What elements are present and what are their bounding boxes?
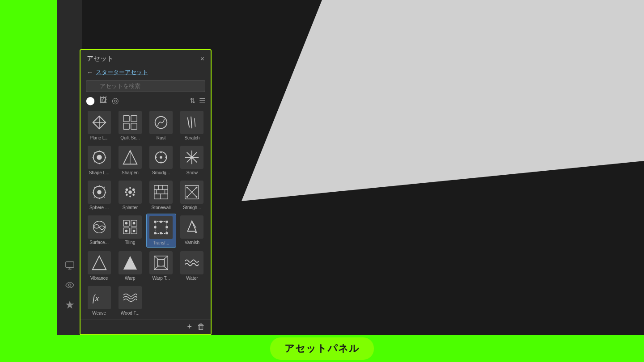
back-arrow-icon[interactable]: ← [87,69,93,76]
svg-point-30 [160,162,162,164]
asset-label-straight: Straigh... [183,205,201,210]
asset-label-warp: Warp [125,276,136,281]
asset-item-quilt[interactable]: Quilt Sc... [115,109,145,142]
svg-rect-85 [166,232,168,234]
asset-item-straight[interactable]: Straigh... [177,179,207,212]
monitor-icon[interactable] [64,259,76,272]
asset-label-tiling: Tiling [125,240,136,245]
asset-label-rust: Rust [157,135,166,140]
list-view-icon[interactable]: ☰ [199,97,205,105]
svg-point-48 [128,190,132,194]
asset-item-vibrance[interactable]: Vibrance [84,249,114,282]
delete-asset-button[interactable]: 🗑 [197,322,205,332]
asset-icon-vibrance [88,251,111,274]
svg-rect-83 [166,221,168,223]
svg-rect-89 [166,226,168,228]
assets-panel: アセット × ← スターターアセット 🔍 ⬤ 🖼 ◎ ⇅ ☰ [80,49,212,335]
image-filter-icon[interactable]: 🖼 [99,96,107,105]
asset-icon-stonewall [149,181,173,204]
asset-item-warp[interactable]: Warp [115,249,145,282]
svg-point-55 [125,191,127,193]
asset-item-transform[interactable]: Transf... [146,214,176,248]
asset-label-smudge: Smudg... [152,170,170,175]
asset-item-shape-l[interactable]: Shape L... [84,144,114,177]
search-row: 🔍 [80,80,211,96]
asset-label-sphere: Sphere ... [89,205,109,210]
circle-filter-icon[interactable]: ⬤ [86,96,95,105]
sort-icon[interactable]: ⇅ [190,97,195,105]
asset-item-rust[interactable]: Rust [146,109,176,142]
svg-point-51 [126,194,128,196]
svg-line-92 [92,256,99,269]
svg-rect-82 [154,221,157,223]
asset-label-shape-l: Shape L... [89,170,110,175]
asset-icon-warp [119,251,142,274]
bottom-bar: アセットパネル [0,335,644,362]
asset-label-varnish: Varnish [185,240,199,245]
svg-rect-10 [131,123,137,129]
svg-line-23 [94,162,95,162]
svg-rect-100 [158,259,165,266]
svg-point-77 [125,222,127,225]
svg-rect-86 [160,221,162,223]
svg-point-37 [191,156,194,159]
svg-rect-0 [65,262,73,268]
svg-point-79 [125,230,127,232]
filter-icons: ⬤ 🖼 ◎ [86,96,119,105]
asset-item-smudge[interactable]: Smudg... [146,144,176,177]
svg-line-44 [94,187,94,187]
asset-item-sphere[interactable]: Sphere ... [84,179,114,212]
asset-icon-sphere [88,181,111,204]
assets-grid-container[interactable]: Plane L... Quilt Sc... Rust Scratch [80,109,211,319]
asset-label-wood-f: Wood F... [121,311,140,316]
eye-icon[interactable] [64,279,76,291]
asset-icon-varnish [180,215,203,239]
asset-label-scratch: Scratch [184,135,199,140]
asset-icon-scratch [180,111,203,134]
svg-marker-94 [123,256,137,269]
close-button[interactable]: × [200,55,204,63]
svg-point-29 [160,152,162,153]
assets-grid: Plane L... Quilt Sc... Rust Scratch [84,109,207,317]
svg-line-12 [188,118,190,128]
asset-icon-smudge [149,146,173,169]
asset-item-plane-l[interactable]: Plane L... [84,109,114,142]
asset-label-weave: Weave [92,311,106,316]
svg-rect-81 [155,222,167,234]
asset-icon-shape-l [88,146,111,169]
star-icon[interactable] [64,299,76,311]
asset-icon-water [180,251,203,274]
bottom-label: アセットパネル [270,337,374,360]
search-wrapper: 🔍 [86,80,205,92]
asset-item-splatter[interactable]: Splatter [115,179,145,212]
asset-icon-plane-l [88,111,111,134]
asset-item-scratch[interactable]: Scratch [177,109,207,142]
asset-label-sharpen: Sharpen [122,170,139,175]
asset-item-tiling[interactable]: Tiling [115,214,145,248]
svg-point-53 [129,187,131,189]
asset-item-water[interactable]: Water [177,249,207,282]
asset-item-warp-t[interactable]: Warp T... [146,249,176,282]
asset-item-surface[interactable]: Surface... [84,214,114,248]
asset-item-varnish[interactable]: Varnish [177,214,207,248]
asset-item-weave[interactable]: fx Weave [84,284,114,317]
svg-line-22 [103,152,104,153]
asset-label-surface: Surface... [89,240,109,245]
asset-icon-splatter [119,181,142,204]
breadcrumb-link[interactable]: スターターアセット [96,68,148,76]
search-input[interactable] [86,80,205,92]
asset-item-wood-f[interactable]: Wood F... [115,284,145,317]
asset-label-plane-l: Plane L... [89,135,108,140]
asset-item-stonewall[interactable]: Stonewall [146,179,176,212]
svg-rect-8 [131,116,137,122]
left-sidebar [0,0,57,362]
asset-item-snow[interactable]: Snow [177,144,207,177]
asset-icon-rust [149,111,173,134]
svg-point-50 [132,188,135,191]
asset-item-sharpen[interactable]: Sharpen [115,144,145,177]
add-asset-button[interactable]: + [187,322,192,332]
compass-filter-icon[interactable]: ◎ [112,96,119,105]
asset-label-splatter: Splatter [123,205,138,210]
svg-point-56 [133,191,135,193]
asset-icon-tiling [119,215,142,239]
